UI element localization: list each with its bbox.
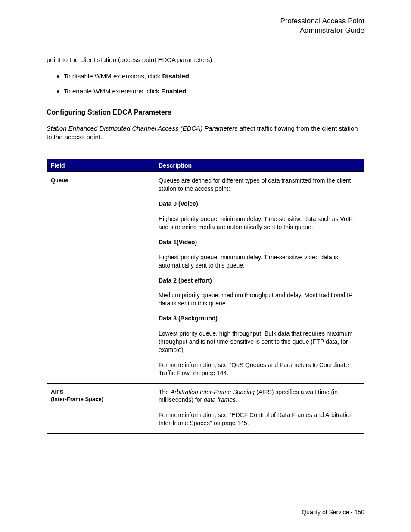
parameters-table: Field Description QueueQueues are define…: [47, 159, 364, 434]
page-header: Professional Access Point Administrator …: [47, 16, 364, 35]
footer-section: Quality of Service: [302, 509, 349, 516]
description-block: Highest priority queue, minimum delay. T…: [159, 253, 360, 270]
header-field: Field: [47, 159, 154, 172]
header-underline: [47, 38, 364, 38]
section-heading: Configuring Station EDCA Parameters: [47, 109, 364, 116]
description-block: For more information, see "QoS Queues an…: [159, 361, 360, 377]
description-block: Data 1(Video): [159, 238, 360, 246]
description-cell: The Arbitration Inter-Frame Spacing (AIF…: [154, 383, 364, 434]
table-row: QueueQueues are defined for different ty…: [47, 172, 364, 383]
bullet-text-bold: Disabled: [162, 72, 189, 80]
page-footer: Quality of Service - 150: [47, 506, 364, 516]
bullet-text-prefix: To disable WMM extensions, click: [64, 72, 162, 80]
description-block: Highest priority queue, minimum delay. T…: [159, 215, 360, 231]
section-intro: Station Enhanced Distributed Channel Acc…: [47, 124, 364, 142]
intro-fragment: point to the client station (access poin…: [47, 56, 364, 64]
description-block: Data 3 (Background): [159, 314, 360, 323]
header-line-2: Administrator Guide: [47, 26, 364, 35]
header-line-1: Professional Access Point: [47, 16, 364, 26]
description-cell: Queues are defined for different types o…: [154, 172, 364, 383]
bullet-text-prefix: To enable WMM extensions, click: [64, 87, 161, 95]
section-intro-italic: Station Enhanced Distributed Channel Acc…: [47, 124, 238, 132]
description-block: For more information, see "EDCF Control …: [159, 411, 360, 427]
description-block: Data 2 (best effort): [159, 277, 360, 285]
bullet-text-bold: Enabled: [161, 87, 186, 95]
description-block: Lowest priority queue, high throughput. …: [159, 330, 360, 354]
footer-sep: -: [349, 509, 354, 516]
table-row: AIFS(Inter-Frame Space)The Arbitration I…: [47, 383, 364, 434]
bullet-list: To disable WMM extensions, click Disable…: [47, 72, 364, 96]
table-header-row: Field Description: [47, 159, 364, 172]
table-body: QueueQueues are defined for different ty…: [47, 172, 364, 433]
footer-page: 150: [355, 509, 364, 516]
bullet-text-suffix: .: [189, 72, 191, 80]
description-block: Data 0 (Voice): [159, 200, 360, 208]
bullet-text-suffix: .: [186, 87, 188, 95]
description-block: The Arbitration Inter-Frame Spacing (AIF…: [159, 388, 360, 404]
field-cell: AIFS(Inter-Frame Space): [47, 383, 154, 434]
list-item: To enable WMM extensions, click Enabled.: [64, 87, 364, 96]
field-cell: Queue: [47, 172, 154, 383]
list-item: To disable WMM extensions, click Disable…: [64, 72, 364, 81]
page-container: Professional Access Point Administrator …: [0, 0, 411, 532]
description-block: Queues are defined for different types o…: [159, 177, 360, 193]
description-block: Medium priority queue, medium throughput…: [159, 291, 360, 308]
header-description: Description: [154, 159, 364, 172]
